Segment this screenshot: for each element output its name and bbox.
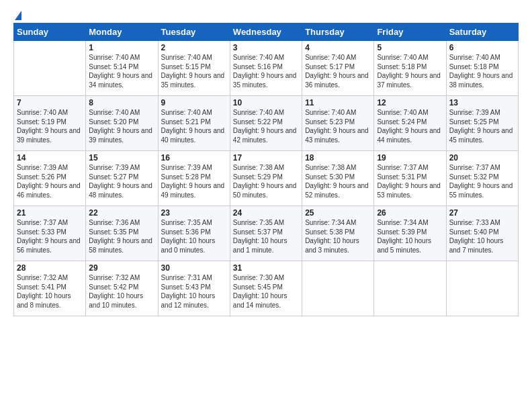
day-number: 3 [233,43,299,52]
calendar-cell: 23Sunrise: 7:35 AMSunset: 5:36 PMDayligh… [158,206,230,261]
day-info: Sunrise: 7:40 AMSunset: 5:19 PMDaylight:… [17,108,83,144]
calendar-cell: 6Sunrise: 7:40 AMSunset: 5:18 PMDaylight… [446,41,518,96]
day-info: Sunrise: 7:40 AMSunset: 5:18 PMDaylight:… [377,53,443,89]
day-number: 25 [305,208,371,218]
day-info: Sunrise: 7:36 AMSunset: 5:35 PMDaylight:… [89,218,154,255]
calendar-cell: 31Sunrise: 7:30 AMSunset: 5:45 PMDayligh… [230,261,302,316]
weekday-header-thursday: Thursday [302,24,374,41]
day-number: 18 [305,153,371,163]
calendar-week-row: 7Sunrise: 7:40 AMSunset: 5:19 PMDaylight… [14,96,519,151]
calendar-cell: 22Sunrise: 7:36 AMSunset: 5:35 PMDayligh… [86,206,158,261]
day-number: 7 [17,98,83,107]
calendar-cell: 4Sunrise: 7:40 AMSunset: 5:17 PMDaylight… [302,41,374,96]
day-info: Sunrise: 7:38 AMSunset: 5:29 PMDaylight:… [233,163,299,199]
day-number: 21 [17,208,83,218]
calendar-week-row: 28Sunrise: 7:32 AMSunset: 5:41 PMDayligh… [14,261,519,316]
weekday-header-tuesday: Tuesday [158,24,230,41]
calendar-cell: 20Sunrise: 7:37 AMSunset: 5:32 PMDayligh… [446,151,518,206]
calendar-week-row: 21Sunrise: 7:37 AMSunset: 5:33 PMDayligh… [14,206,519,261]
day-number: 9 [161,98,227,107]
day-number: 17 [233,153,299,163]
calendar-cell: 14Sunrise: 7:39 AMSunset: 5:26 PMDayligh… [14,151,86,206]
day-number: 24 [233,208,299,218]
calendar-cell: 9Sunrise: 7:40 AMSunset: 5:21 PMDaylight… [158,96,230,151]
day-number: 6 [449,43,515,52]
day-info: Sunrise: 7:39 AMSunset: 5:27 PMDaylight:… [89,163,154,199]
day-number: 1 [89,43,154,52]
day-info: Sunrise: 7:32 AMSunset: 5:41 PMDaylight:… [17,273,83,310]
day-number: 8 [89,98,154,107]
calendar-page: SundayMondayTuesdayWednesdayThursdayFrid… [0,0,532,411]
calendar-table: SundayMondayTuesdayWednesdayThursdayFrid… [13,23,519,316]
calendar-cell: 12Sunrise: 7:40 AMSunset: 5:24 PMDayligh… [374,96,446,151]
day-number: 2 [161,43,227,52]
weekday-header-row: SundayMondayTuesdayWednesdayThursdayFrid… [14,24,519,41]
day-number: 19 [377,153,443,163]
calendar-cell: 15Sunrise: 7:39 AMSunset: 5:27 PMDayligh… [86,151,158,206]
day-number: 31 [233,263,299,273]
day-number: 26 [377,208,443,218]
calendar-cell: 21Sunrise: 7:37 AMSunset: 5:33 PMDayligh… [14,206,86,261]
calendar-cell: 16Sunrise: 7:39 AMSunset: 5:28 PMDayligh… [158,151,230,206]
day-info: Sunrise: 7:35 AMSunset: 5:37 PMDaylight:… [233,218,299,255]
calendar-cell: 27Sunrise: 7:33 AMSunset: 5:40 PMDayligh… [446,206,518,261]
calendar-cell [14,41,86,96]
calendar-cell: 8Sunrise: 7:40 AMSunset: 5:20 PMDaylight… [86,96,158,151]
day-info: Sunrise: 7:40 AMSunset: 5:15 PMDaylight:… [161,53,227,89]
calendar-week-row: 14Sunrise: 7:39 AMSunset: 5:26 PMDayligh… [14,151,519,206]
weekday-header-wednesday: Wednesday [230,24,302,41]
day-info: Sunrise: 7:40 AMSunset: 5:18 PMDaylight:… [449,53,515,89]
weekday-header-saturday: Saturday [446,24,518,41]
day-number: 27 [449,208,515,218]
day-number: 20 [449,153,515,163]
weekday-header-monday: Monday [86,24,158,41]
calendar-cell: 28Sunrise: 7:32 AMSunset: 5:41 PMDayligh… [14,261,86,316]
day-info: Sunrise: 7:40 AMSunset: 5:22 PMDaylight:… [233,108,299,144]
logo-triangle-icon [15,11,21,20]
calendar-cell: 29Sunrise: 7:32 AMSunset: 5:42 PMDayligh… [86,261,158,316]
day-number: 16 [161,153,227,163]
calendar-cell [446,261,518,316]
day-info: Sunrise: 7:34 AMSunset: 5:39 PMDaylight:… [377,218,443,255]
calendar-cell: 3Sunrise: 7:40 AMSunset: 5:16 PMDaylight… [230,41,302,96]
day-info: Sunrise: 7:39 AMSunset: 5:25 PMDaylight:… [449,108,515,144]
calendar-cell [302,261,374,316]
calendar-cell: 7Sunrise: 7:40 AMSunset: 5:19 PMDaylight… [14,96,86,151]
day-number: 22 [89,208,154,218]
day-number: 5 [377,43,443,52]
day-info: Sunrise: 7:39 AMSunset: 5:28 PMDaylight:… [161,163,227,199]
calendar-cell: 25Sunrise: 7:34 AMSunset: 5:38 PMDayligh… [302,206,374,261]
day-info: Sunrise: 7:30 AMSunset: 5:45 PMDaylight:… [233,273,299,310]
day-info: Sunrise: 7:40 AMSunset: 5:14 PMDaylight:… [89,53,154,89]
calendar-cell: 13Sunrise: 7:39 AMSunset: 5:25 PMDayligh… [446,96,518,151]
day-info: Sunrise: 7:40 AMSunset: 5:16 PMDaylight:… [233,53,299,89]
calendar-cell: 19Sunrise: 7:37 AMSunset: 5:31 PMDayligh… [374,151,446,206]
day-info: Sunrise: 7:39 AMSunset: 5:26 PMDaylight:… [17,163,83,199]
day-info: Sunrise: 7:40 AMSunset: 5:20 PMDaylight:… [89,108,154,144]
day-info: Sunrise: 7:40 AMSunset: 5:24 PMDaylight:… [377,108,443,144]
calendar-cell: 5Sunrise: 7:40 AMSunset: 5:18 PMDaylight… [374,41,446,96]
day-info: Sunrise: 7:33 AMSunset: 5:40 PMDaylight:… [449,218,515,255]
day-number: 10 [233,98,299,107]
day-info: Sunrise: 7:38 AMSunset: 5:30 PMDaylight:… [305,163,371,199]
calendar-week-row: 1Sunrise: 7:40 AMSunset: 5:14 PMDaylight… [14,41,519,96]
day-number: 13 [449,98,515,107]
calendar-cell: 2Sunrise: 7:40 AMSunset: 5:15 PMDaylight… [158,41,230,96]
calendar-cell: 26Sunrise: 7:34 AMSunset: 5:39 PMDayligh… [374,206,446,261]
day-number: 29 [89,263,154,273]
logo [13,11,21,16]
day-info: Sunrise: 7:40 AMSunset: 5:21 PMDaylight:… [161,108,227,144]
day-info: Sunrise: 7:37 AMSunset: 5:33 PMDaylight:… [17,218,83,255]
calendar-cell: 30Sunrise: 7:31 AMSunset: 5:43 PMDayligh… [158,261,230,316]
day-info: Sunrise: 7:40 AMSunset: 5:17 PMDaylight:… [305,53,371,89]
weekday-header-friday: Friday [374,24,446,41]
calendar-cell: 10Sunrise: 7:40 AMSunset: 5:22 PMDayligh… [230,96,302,151]
calendar-cell: 11Sunrise: 7:40 AMSunset: 5:23 PMDayligh… [302,96,374,151]
calendar-cell [374,261,446,316]
day-number: 4 [305,43,371,52]
day-info: Sunrise: 7:31 AMSunset: 5:43 PMDaylight:… [161,273,227,310]
day-number: 14 [17,153,83,163]
calendar-cell: 18Sunrise: 7:38 AMSunset: 5:30 PMDayligh… [302,151,374,206]
day-number: 11 [305,98,371,107]
day-number: 12 [377,98,443,107]
